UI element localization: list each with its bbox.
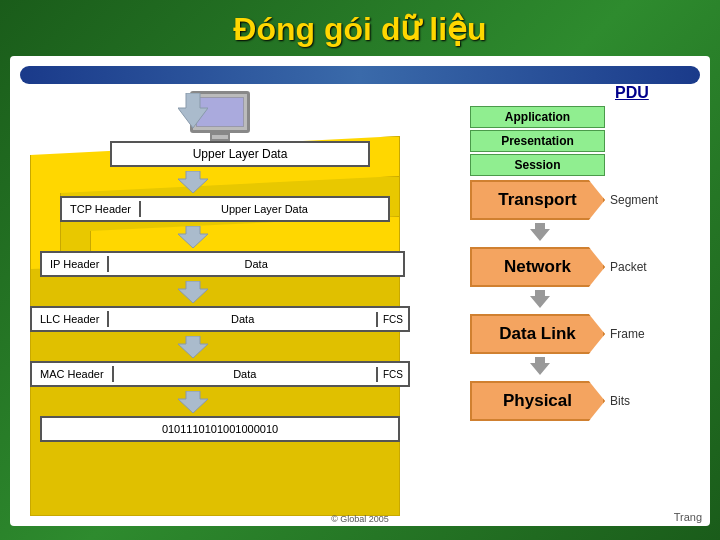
- physical-layer: Physical: [470, 381, 605, 421]
- svg-marker-0: [178, 93, 208, 128]
- app-row: Application: [470, 106, 705, 128]
- row3-header: IP Header: [42, 256, 109, 272]
- datalink-row: Data Link Frame: [470, 314, 705, 354]
- arrow2: [178, 226, 208, 252]
- pres-row: Presentation: [470, 130, 705, 152]
- trang: Trang: [674, 511, 702, 523]
- row4-box: LLC Header Data FCS: [30, 306, 410, 332]
- row5: MAC Header Data FCS: [30, 361, 410, 387]
- row3-box: IP Header Data: [40, 251, 405, 277]
- row3-data: Data: [109, 256, 403, 272]
- row2-header: TCP Header: [62, 201, 141, 217]
- network-row: Network Packet: [470, 247, 705, 287]
- row3: IP Header Data: [40, 251, 405, 277]
- row6-bits: 0101110101001000010: [152, 421, 288, 437]
- svg-marker-8: [530, 357, 550, 375]
- slide: Đóng gói dữ liệu: [0, 0, 720, 540]
- row2: TCP Header Upper Layer Data: [60, 196, 390, 222]
- transport-row: Transport Segment: [470, 180, 705, 220]
- arrow3: [178, 281, 208, 307]
- arrow4: [178, 336, 208, 362]
- row4-header: LLC Header: [32, 311, 109, 327]
- row2-data: Upper Layer Data: [141, 201, 388, 217]
- svg-marker-3: [178, 281, 208, 303]
- arrow-t-n: [530, 223, 705, 245]
- transport-layer: Transport: [470, 180, 605, 220]
- arrow5: [178, 391, 208, 417]
- bits-label: Bits: [610, 394, 630, 408]
- sess-row: Session: [470, 154, 705, 176]
- frame-label: Frame: [610, 327, 645, 341]
- physical-row: Physical Bits: [470, 381, 705, 421]
- computer-arrow: [178, 93, 208, 132]
- row6: 0101110101001000010: [40, 416, 400, 442]
- pdu-header: PDU: [615, 84, 649, 102]
- content-area: Upper Layer Data TCP Header Upper Layer …: [10, 56, 710, 526]
- main-layout: Upper Layer Data TCP Header Upper Layer …: [10, 56, 710, 526]
- row1-label: Upper Layer Data: [112, 145, 368, 163]
- row4-data: Data: [109, 311, 376, 327]
- row4-fcs: FCS: [376, 312, 408, 327]
- pres-layer: Presentation: [470, 130, 605, 152]
- row1: Upper Layer Data: [110, 141, 370, 167]
- svg-marker-1: [178, 171, 208, 193]
- row2-box: TCP Header Upper Layer Data: [60, 196, 390, 222]
- app-layer: Application: [470, 106, 605, 128]
- svg-marker-5: [178, 391, 208, 413]
- osi-panel: PDU Application Presentation Session Tra…: [470, 84, 705, 424]
- segment-label: Segment: [610, 193, 658, 207]
- svg-marker-6: [530, 223, 550, 241]
- svg-marker-2: [178, 226, 208, 248]
- row4: LLC Header Data FCS: [30, 306, 410, 332]
- row5-header: MAC Header: [32, 366, 114, 382]
- packet-label: Packet: [610, 260, 647, 274]
- arrow-n-dl: [530, 290, 705, 312]
- arrow1: [178, 171, 208, 197]
- sess-layer: Session: [470, 154, 605, 176]
- network-layer: Network: [470, 247, 605, 287]
- slide-title: Đóng gói dữ liệu: [233, 0, 486, 56]
- copyright: © Global 2005: [331, 514, 389, 524]
- row5-data: Data: [114, 366, 376, 382]
- arrow-dl-ph: [530, 357, 705, 379]
- svg-marker-7: [530, 290, 550, 308]
- row5-box: MAC Header Data FCS: [30, 361, 410, 387]
- row5-fcs: FCS: [376, 367, 408, 382]
- row6-box: 0101110101001000010: [40, 416, 400, 442]
- datalink-layer: Data Link: [470, 314, 605, 354]
- row1-box: Upper Layer Data: [110, 141, 370, 167]
- svg-marker-4: [178, 336, 208, 358]
- pdu-header-row: PDU: [470, 84, 705, 102]
